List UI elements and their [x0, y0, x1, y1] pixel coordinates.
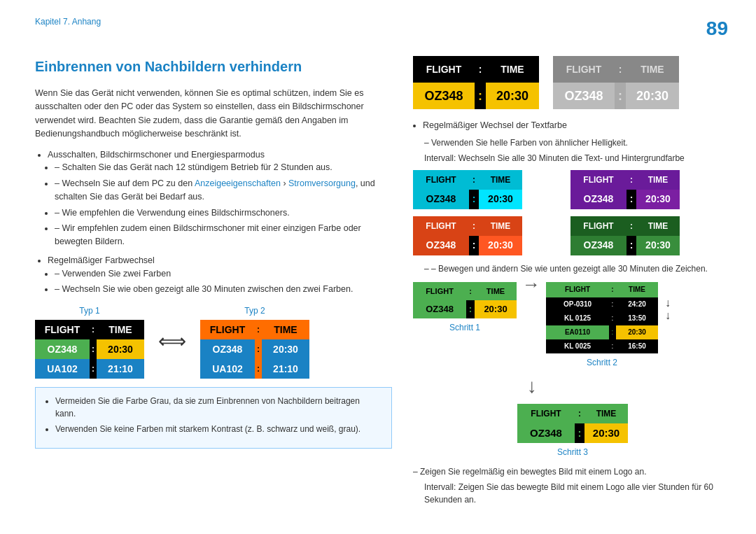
- black-colon2: :: [475, 83, 486, 109]
- s2-row4-l: KL 0025: [546, 339, 609, 353]
- gray-oz: OZ348: [553, 83, 615, 109]
- cyan-flight: FLIGHT: [413, 170, 469, 190]
- right-bullet1: Regelmäßiger Wechsel der Textfarbe: [423, 119, 721, 132]
- right-column: FLIGHT : TIME OZ348 : 20:30 FLIGHT :: [413, 56, 721, 506]
- orange-colon2: :: [469, 236, 479, 255]
- gray-display: FLIGHT : TIME OZ348 : 20:30: [553, 56, 679, 109]
- t1-colon1: :: [90, 320, 97, 339]
- note-box: Vermeiden Sie die Farbe Grau, da sie zum…: [35, 387, 392, 449]
- gray-2030: 20:30: [626, 83, 679, 109]
- bullet-2: Regelmäßiger Farbwechsel Verwenden Sie z…: [48, 254, 392, 296]
- s3-oz: OZ348: [517, 423, 575, 443]
- s2-row2-l: KL 0125: [546, 311, 609, 325]
- right-sub1: Verwenden Sie helle Farben von ähnlicher…: [424, 136, 721, 149]
- s2-header-colon: :: [609, 282, 616, 297]
- purple-flight: FLIGHT: [570, 170, 626, 190]
- type1-display: FLIGHT : TIME OZ348 : 20:30 UA102 :: [35, 320, 144, 379]
- schritt3-label: Schritt 3: [557, 446, 588, 458]
- s2-row2-s: :: [609, 311, 616, 325]
- orange-colon1: :: [469, 216, 479, 236]
- purple-display: FLIGHT : TIME OZ348 : 20:30: [570, 170, 721, 209]
- sub-2-2: Wechseln Sie wie oben gezeigt alle 30 Mi…: [55, 283, 392, 296]
- t1-ua: UA102: [35, 359, 90, 379]
- s1-colon2: :: [466, 300, 475, 318]
- type1-label: Typ 1: [35, 304, 144, 317]
- green-display: FLIGHT : TIME OZ348 : 20:30: [570, 216, 721, 255]
- green-oz: OZ348: [570, 236, 626, 255]
- s1-flight: FLIGHT: [413, 282, 466, 300]
- step3-block: FLIGHT : TIME OZ348 : 20:30 Schritt 3: [424, 404, 721, 458]
- gray-time: TIME: [626, 56, 679, 83]
- green-flight: FLIGHT: [570, 216, 626, 236]
- type1-block: Typ 1 FLIGHT : TIME OZ348 : 20:30: [35, 304, 144, 379]
- black-time: TIME: [486, 56, 539, 83]
- purple-2030: 20:30: [636, 190, 680, 209]
- cyan-colon1: :: [469, 170, 479, 190]
- cyan-colon2: :: [469, 190, 479, 209]
- step2-block: FLIGHT : TIME OP-0310 : 24:20: [546, 282, 658, 369]
- t2-flight: FLIGHT: [200, 320, 255, 339]
- s2-row4-s: :: [609, 339, 616, 353]
- step1-display: FLIGHT : TIME OZ348 : 20:30: [413, 282, 517, 318]
- black-flight: FLIGHT: [413, 56, 475, 83]
- s2-row3-l: EA0110: [546, 325, 609, 339]
- black-top-row: FLIGHT : TIME: [413, 56, 539, 83]
- type2-row3: UA102 : 21:10: [200, 359, 309, 379]
- sub-1-4: Wir empfehlen zudem einen Bildschirmscho…: [55, 222, 392, 248]
- down-arrow2-icon: ↓: [665, 310, 671, 321]
- s2-row2-r: 13:50: [616, 311, 658, 325]
- t1-time2: 20:30: [97, 339, 144, 359]
- right-sub2: Intervall: Wechseln Sie alle 30 Minuten …: [424, 152, 721, 164]
- s1-oz: OZ348: [413, 300, 466, 318]
- t2-time3: 21:10: [262, 359, 309, 379]
- green-colon1: :: [626, 216, 636, 236]
- type2-row1: FLIGHT : TIME: [200, 320, 309, 339]
- t2-oz: OZ348: [200, 339, 255, 359]
- gray-top-row: FLIGHT : TIME: [553, 56, 679, 83]
- step-down-arrow-icon: ↓: [413, 372, 651, 401]
- black-oz: OZ348: [413, 83, 475, 109]
- purple-colon2: :: [626, 190, 636, 209]
- page: 89 Kapitel 7. Anhang Einbrennen von Nach…: [0, 0, 756, 534]
- cyan-2030: 20:30: [479, 190, 522, 209]
- down-arrow1-icon: ↓: [665, 297, 671, 309]
- schritt1-label: Schritt 1: [449, 321, 480, 334]
- s2-row4-r: 16:50: [616, 339, 658, 353]
- t2-colon2: :: [255, 339, 262, 359]
- orange-2030: 20:30: [479, 236, 522, 255]
- purple-time: TIME: [636, 170, 680, 190]
- t2-time: TIME: [262, 320, 309, 339]
- type-section: Typ 1 FLIGHT : TIME OZ348 : 20:30: [35, 304, 392, 379]
- cyan-time: TIME: [479, 170, 522, 190]
- gray-colon2: :: [615, 83, 626, 109]
- black-display: FLIGHT : TIME OZ348 : 20:30: [413, 56, 539, 109]
- sub-2-1: Verwenden Sie zwei Farben: [55, 267, 392, 281]
- schritt2-label: Schritt 2: [587, 356, 617, 369]
- step2-display: FLIGHT : TIME OP-0310 : 24:20: [546, 282, 658, 353]
- gray-bottom-row: OZ348 : 20:30: [553, 83, 679, 109]
- swap-arrow-icon: ⟺: [158, 327, 186, 356]
- black-colon1: :: [475, 56, 486, 83]
- orange-oz: OZ348: [413, 236, 469, 255]
- gray-flight: FLIGHT: [553, 56, 615, 83]
- step-right-arrow-icon: →: [522, 271, 540, 298]
- gray-colon1: :: [615, 56, 626, 83]
- type2-block: Typ 2 FLIGHT : TIME OZ348 : 20:30: [200, 304, 309, 379]
- page-number: 89: [706, 14, 728, 43]
- step1-block: FLIGHT : TIME OZ348 : 20:30 Schritt 1: [413, 282, 517, 334]
- link-strom[interactable]: Stromversorgung: [288, 178, 356, 188]
- t1-oz: OZ348: [35, 339, 90, 359]
- s1-2030: 20:30: [475, 300, 517, 318]
- note2: Intervall: Zeigen Sie das bewegte Bild m…: [424, 481, 721, 506]
- t2-ua: UA102: [200, 359, 255, 379]
- black-bottom-row: OZ348 : 20:30: [413, 83, 539, 109]
- cyan-oz: OZ348: [413, 190, 469, 209]
- s2-row3-r: 20:30: [616, 325, 658, 339]
- chapter-label: Kapitel 7. Anhang: [35, 15, 101, 28]
- type1-row3: UA102 : 21:10: [35, 359, 144, 379]
- link-anzeige[interactable]: Anzeigeeigenschaften: [195, 178, 281, 188]
- steps-grid: FLIGHT : TIME OZ348 : 20:30 Schritt 1: [413, 282, 721, 369]
- sub-1-2: Wechseln Sie auf dem PC zu den Anzeigeei…: [55, 177, 392, 204]
- s2-header-time: TIME: [616, 282, 658, 297]
- orange-flight: FLIGHT: [413, 216, 469, 236]
